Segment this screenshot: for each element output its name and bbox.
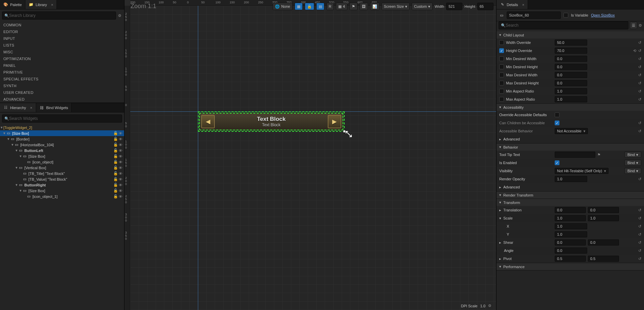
override-checkbox[interactable] bbox=[499, 48, 504, 53]
reset-icon[interactable]: ↺ bbox=[638, 249, 641, 253]
expand-toggle[interactable]: ▾ bbox=[15, 148, 18, 153]
palette-category[interactable]: OPTIMIZATION bbox=[0, 55, 124, 62]
width-input[interactable] bbox=[446, 3, 462, 10]
expand-icon[interactable]: ▾ bbox=[499, 216, 501, 221]
layout-toggle[interactable]: ▤ bbox=[316, 3, 324, 10]
value-input[interactable] bbox=[555, 223, 587, 229]
visibility-icon[interactable]: 👁 bbox=[118, 131, 123, 135]
hierarchy-item[interactable]: ▾ ▭ ButtonLeft 🔓 👁 bbox=[0, 148, 124, 153]
angle-input[interactable] bbox=[555, 248, 587, 254]
bind-button[interactable]: Bind▾ bbox=[624, 160, 641, 166]
palette-category[interactable]: INPUT bbox=[0, 35, 124, 42]
checkbox[interactable] bbox=[555, 160, 559, 165]
hierarchy-item[interactable]: ▭ [icon_object] 🔓 👁 bbox=[0, 159, 124, 165]
lock-icon[interactable]: 🔓 bbox=[113, 183, 118, 187]
grid-button[interactable]: ▦4 bbox=[336, 3, 347, 10]
designer-canvas[interactable]: ◀ Text Block Text Block ▶ bbox=[130, 6, 496, 310]
visibility-icon[interactable]: 👁 bbox=[118, 143, 123, 147]
expand-toggle[interactable] bbox=[19, 172, 22, 176]
palette-category[interactable]: LISTS bbox=[0, 42, 124, 49]
expand-toggle[interactable]: ▾ bbox=[11, 143, 14, 147]
hierarchy-search-input[interactable] bbox=[9, 116, 120, 121]
override-checkbox[interactable] bbox=[499, 40, 504, 45]
image-button[interactable]: 🖼 bbox=[360, 3, 368, 10]
reset-icon[interactable]: ↺ bbox=[638, 49, 641, 53]
hierarchy-item[interactable]: ▾ ▭ [Border] 🔓 👁 bbox=[0, 136, 124, 142]
button-left[interactable]: ◀ bbox=[201, 115, 215, 128]
x-input[interactable] bbox=[555, 207, 586, 213]
close-icon[interactable]: × bbox=[30, 106, 32, 110]
close-icon[interactable]: × bbox=[51, 3, 53, 7]
hierarchy-item[interactable]: ▭ [icon_object_1] 🔓 👁 bbox=[0, 193, 124, 199]
visibility-icon[interactable]: 👁 bbox=[118, 183, 123, 187]
reset-icon[interactable]: ↺ bbox=[638, 216, 641, 221]
override-checkbox[interactable] bbox=[499, 56, 504, 61]
palette-category[interactable]: MISC bbox=[0, 49, 124, 55]
value-input[interactable] bbox=[555, 48, 587, 54]
hierarchy-item[interactable]: ▾ ▭ [Vertical Box] 🔓 👁 bbox=[0, 165, 124, 171]
expand-toggle[interactable] bbox=[23, 160, 26, 164]
reset-icon[interactable]: ↺ bbox=[638, 81, 641, 85]
reset-icon[interactable]: ↺ bbox=[638, 73, 641, 77]
value-input[interactable] bbox=[555, 72, 587, 78]
lock-icon[interactable]: 🔓 bbox=[113, 137, 118, 141]
hierarchy-item[interactable]: ▾ ▭ [Size Box] 🔓 👁 bbox=[0, 130, 124, 136]
visibility-icon[interactable]: 👁 bbox=[118, 166, 123, 170]
y-input[interactable] bbox=[588, 215, 619, 221]
visibility-icon[interactable]: 👁 bbox=[118, 195, 123, 199]
dropdown[interactable]: Not Accessible▾ bbox=[555, 128, 588, 134]
value-input[interactable] bbox=[555, 96, 587, 102]
details-search-input[interactable] bbox=[506, 23, 626, 28]
x-input[interactable] bbox=[555, 256, 586, 262]
section-header[interactable]: ▾Render Transform bbox=[497, 191, 644, 199]
hierarchy-item[interactable]: ▾ ▭ ButtonRight 🔓 👁 bbox=[0, 182, 124, 188]
x-input[interactable] bbox=[555, 215, 586, 221]
lock-icon[interactable]: 🔓 bbox=[113, 165, 118, 170]
palette-category[interactable]: SPECIAL EFFECTS bbox=[0, 76, 124, 82]
visibility-icon[interactable]: 👁 bbox=[118, 160, 123, 164]
expand-icon[interactable]: ▸ bbox=[499, 240, 501, 245]
lock-toggle[interactable]: 🔒 bbox=[305, 3, 314, 10]
lock-icon[interactable]: 🔓 bbox=[113, 148, 118, 153]
visibility-icon[interactable]: 👁 bbox=[118, 172, 123, 176]
open-class-link[interactable]: Open SizeBox bbox=[591, 13, 615, 17]
checkbox[interactable] bbox=[555, 112, 559, 117]
chevron-right-icon[interactable]: ▸ bbox=[499, 137, 501, 141]
r-button[interactable]: R bbox=[326, 3, 334, 10]
bind-button[interactable]: Bind▾ bbox=[624, 168, 641, 174]
visibility-dropdown[interactable]: Not Hit-Testable (Self Only)▾ bbox=[555, 168, 608, 174]
tab-bind-widgets[interactable]: ⛓ Bind Widgets bbox=[36, 103, 72, 112]
widget-name-input[interactable] bbox=[507, 11, 561, 19]
close-icon[interactable]: × bbox=[522, 3, 524, 7]
lock-icon[interactable]: 🔓 bbox=[113, 188, 118, 193]
lock-icon[interactable]: 🔓 bbox=[113, 143, 118, 147]
value-input[interactable] bbox=[555, 88, 587, 94]
hierarchy-item[interactable]: ▾ ▭ [Size Box] 🔓 👁 bbox=[0, 153, 124, 159]
reset-icon[interactable]: ↺ bbox=[638, 240, 641, 245]
section-header[interactable]: ▾Behavior bbox=[497, 144, 644, 151]
reset-icon[interactable]: ↺ bbox=[638, 224, 641, 229]
custom-dropdown[interactable]: Custom▾ bbox=[412, 3, 433, 10]
expand-toggle[interactable] bbox=[23, 195, 26, 199]
flag-icon[interactable]: ⚑ bbox=[597, 153, 601, 157]
y-input[interactable] bbox=[588, 239, 619, 246]
expand-toggle[interactable]: ▾ bbox=[3, 131, 6, 135]
expand-toggle[interactable]: ▾ bbox=[0, 125, 3, 130]
reset-icon[interactable]: ↺ bbox=[638, 121, 641, 125]
lang-button[interactable]: 🌐None bbox=[273, 3, 292, 10]
palette-category[interactable]: ADVANCED bbox=[0, 96, 124, 103]
tab-library[interactable]: 📁 Library × bbox=[25, 0, 57, 9]
height-input[interactable] bbox=[477, 3, 493, 10]
y-input[interactable] bbox=[588, 256, 619, 262]
loc-button[interactable]: ⚑ bbox=[349, 3, 358, 10]
visibility-icon[interactable]: 👁 bbox=[118, 149, 123, 153]
reset-icon[interactable]: ↺ bbox=[638, 57, 641, 61]
visibility-icon[interactable]: 👁 bbox=[118, 137, 123, 141]
palette-category[interactable]: USER CREATED bbox=[0, 89, 124, 96]
palette-category[interactable]: PRIMITIVE bbox=[0, 69, 124, 76]
reset-icon[interactable]: ↺ bbox=[638, 89, 641, 94]
selected-widget-frame[interactable]: ◀ Text Block Text Block ▶ bbox=[198, 111, 345, 132]
chart-button[interactable]: 📊 bbox=[370, 3, 380, 10]
reset-icon[interactable]: ↺ bbox=[638, 65, 641, 69]
reset-icon[interactable]: ↺ bbox=[638, 177, 641, 181]
